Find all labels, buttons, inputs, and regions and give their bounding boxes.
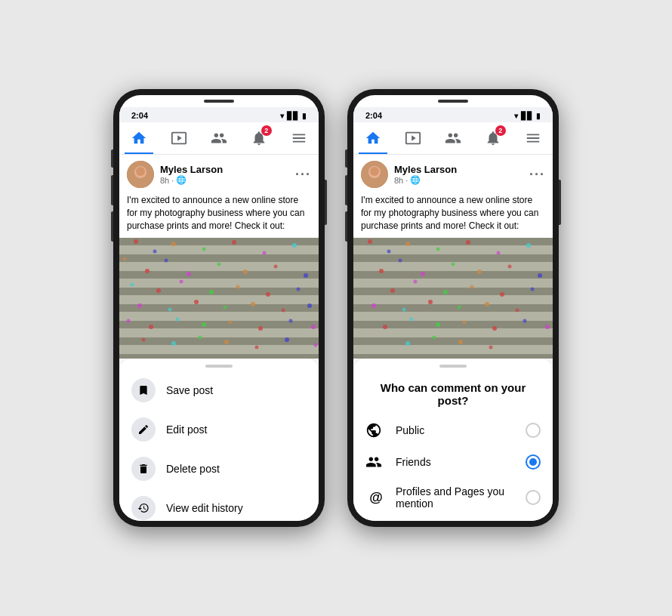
public-icon — [365, 422, 387, 439]
svg-point-94 — [383, 325, 387, 329]
svg-point-41 — [127, 319, 131, 323]
radio-item-public[interactable]: Public — [353, 414, 553, 446]
svg-point-28 — [156, 288, 161, 293]
svg-point-37 — [223, 306, 227, 310]
svg-point-43 — [176, 318, 180, 322]
svg-rect-64 — [353, 295, 553, 304]
delete-label: Delete post — [166, 463, 220, 475]
edit-icon-circle — [131, 417, 156, 442]
nav-home-left[interactable] — [125, 127, 153, 149]
sheet-handle-right — [439, 365, 467, 368]
mentions-label: Profiles and Pages you mention — [396, 485, 516, 510]
public-label: Public — [396, 424, 516, 436]
svg-point-49 — [142, 338, 146, 342]
history-icon-circle — [131, 496, 156, 520]
menu-item-delete[interactable]: Delete post — [119, 449, 319, 488]
svg-rect-7 — [119, 279, 319, 288]
nav-home-right[interactable] — [359, 127, 387, 149]
svg-point-89 — [402, 308, 406, 312]
battery-icon-left: ▮ — [302, 112, 307, 120]
notification-badge-right: 2 — [495, 125, 506, 136]
svg-point-98 — [492, 326, 497, 331]
svg-point-27 — [131, 283, 134, 287]
public-radio[interactable] — [526, 423, 541, 438]
delete-icon-circle — [131, 457, 156, 481]
svg-point-73 — [497, 251, 501, 255]
comment-dialog-right: Who can comment on your post? Public Fri… — [353, 359, 553, 521]
svg-point-31 — [236, 285, 240, 289]
mentions-radio[interactable] — [526, 490, 541, 505]
edit-label: Edit post — [166, 424, 207, 436]
svg-point-46 — [258, 326, 263, 331]
svg-point-79 — [477, 270, 482, 274]
svg-point-86 — [500, 292, 504, 297]
nav-menu-left[interactable] — [285, 127, 313, 149]
svg-point-59 — [370, 167, 379, 176]
svg-point-75 — [379, 269, 384, 273]
avatar-left — [127, 161, 154, 188]
radio-item-mentions[interactable]: @ Profiles and Pages you mention — [353, 478, 553, 517]
svg-point-99 — [523, 319, 527, 323]
svg-point-17 — [263, 251, 267, 255]
svg-point-103 — [458, 340, 463, 344]
svg-point-34 — [137, 303, 142, 308]
phone-right: 2:04 ▾ ▊▊ ▮ 2 — [347, 89, 559, 527]
svg-point-22 — [186, 272, 191, 276]
nav-groups-right[interactable] — [439, 127, 467, 149]
nav-menu-right[interactable] — [519, 127, 547, 149]
svg-rect-67 — [353, 345, 553, 354]
speaker-right — [438, 100, 468, 103]
status-bar-left: 2:04 ▾ ▊▊ ▮ — [119, 107, 319, 122]
svg-point-50 — [171, 341, 176, 346]
svg-point-30 — [209, 290, 214, 294]
svg-rect-11 — [119, 345, 319, 354]
friends-icon — [365, 454, 387, 470]
svg-point-88 — [371, 303, 376, 308]
svg-point-77 — [421, 272, 425, 276]
svg-rect-61 — [353, 245, 553, 254]
svg-point-78 — [452, 263, 455, 266]
svg-point-25 — [274, 265, 278, 269]
svg-point-85 — [470, 285, 474, 289]
status-time-left: 2:04 — [131, 111, 148, 120]
nav-notifications-left[interactable]: 2 — [245, 127, 273, 149]
svg-point-35 — [168, 308, 172, 312]
menu-item-edit[interactable]: Edit post — [119, 410, 319, 449]
svg-point-29 — [180, 280, 183, 284]
nav-watch-right[interactable] — [399, 127, 427, 149]
svg-point-36 — [194, 300, 199, 304]
nav-groups-left[interactable] — [205, 127, 233, 149]
svg-point-80 — [508, 265, 512, 269]
svg-point-33 — [297, 288, 301, 291]
svg-point-87 — [531, 288, 535, 291]
svg-point-19 — [123, 257, 127, 261]
bottom-sheet-left: Save post Edit post Delete post — [119, 359, 319, 521]
svg-point-51 — [199, 336, 202, 340]
save-icon-circle — [131, 378, 156, 402]
menu-item-save[interactable]: Save post — [119, 371, 319, 410]
svg-point-81 — [538, 273, 542, 278]
radio-item-friends[interactable]: Friends — [353, 446, 553, 478]
post-image-left — [119, 238, 319, 359]
svg-rect-63 — [353, 279, 553, 288]
svg-point-54 — [285, 337, 289, 342]
more-button-right[interactable]: ··· — [529, 167, 545, 183]
avatar-right — [361, 161, 388, 188]
friends-radio[interactable] — [526, 454, 541, 470]
svg-point-45 — [229, 321, 233, 325]
svg-point-44 — [202, 322, 206, 327]
more-button-left[interactable]: ··· — [295, 167, 311, 183]
post-text-left: I'm excited to announce a new online sto… — [119, 194, 319, 238]
svg-point-52 — [224, 340, 229, 344]
nav-notifications-right[interactable]: 2 — [479, 127, 507, 149]
menu-item-history[interactable]: View edit history — [119, 488, 319, 521]
notification-badge-left: 2 — [261, 125, 272, 136]
svg-point-82 — [390, 288, 395, 293]
svg-point-90 — [428, 300, 433, 304]
phone-speaker-area-right — [353, 95, 553, 107]
signal-icon-left: ▊▊ — [287, 112, 299, 120]
nav-watch-left[interactable] — [165, 127, 193, 149]
dialog-title-right: Who can comment on your post? — [353, 371, 553, 414]
svg-point-16 — [232, 240, 236, 245]
phone-left: 2:04 ▾ ▊▊ ▮ 2 — [113, 89, 325, 527]
